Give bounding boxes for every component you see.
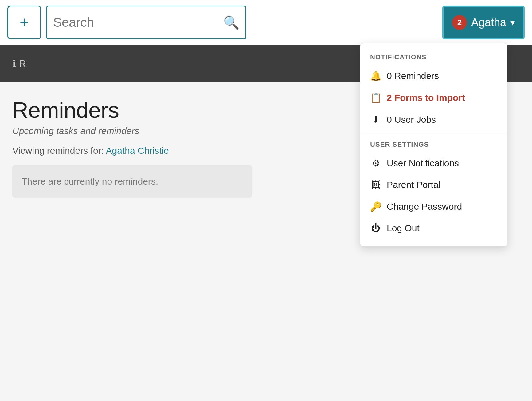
- chevron-down-icon: ▾: [510, 18, 515, 28]
- add-button[interactable]: +: [7, 6, 41, 39]
- logout-label: Log Out: [387, 223, 420, 233]
- toolbar-info: ℹ R: [12, 58, 26, 69]
- notifications-section-label: NOTIFICATIONS: [360, 51, 507, 65]
- bell-icon: 🔔: [370, 70, 381, 81]
- logout-item[interactable]: ⏻ Log Out: [360, 217, 507, 239]
- download-icon: ⬇: [370, 114, 381, 125]
- image-icon: 🖼: [370, 180, 381, 190]
- user-dropdown-menu: NOTIFICATIONS 🔔 0 Reminders 📋 2 Forms to…: [360, 43, 507, 247]
- change-password-item[interactable]: 🔑 Change Password: [360, 196, 507, 217]
- search-icon: 🔍: [223, 15, 239, 30]
- user-notifications-label: User Notifications: [387, 158, 459, 169]
- viewing-for-name-link[interactable]: Agatha Christie: [106, 145, 169, 156]
- search-container: 🔍: [46, 6, 246, 39]
- user-settings-section-label: USER SETTINGS: [360, 138, 507, 152]
- key-icon: 🔑: [370, 201, 381, 212]
- forms-label: 2 Forms to Import: [387, 93, 465, 103]
- user-name-label: Agatha: [471, 16, 506, 29]
- search-icon-button[interactable]: 🔍: [223, 15, 239, 30]
- reminders-item[interactable]: 🔔 0 Reminders: [360, 65, 507, 87]
- power-icon: ⏻: [370, 223, 381, 233]
- reminders-label: 0 Reminders: [387, 71, 439, 81]
- change-password-label: Change Password: [387, 201, 462, 212]
- parent-portal-label: Parent Portal: [387, 180, 440, 190]
- user-notifications-item[interactable]: ⚙ User Notifications: [360, 152, 507, 174]
- empty-state-box: There are currently no reminders.: [12, 165, 252, 198]
- empty-state-text: There are currently no reminders.: [22, 176, 158, 186]
- user-menu-button[interactable]: 2 Agatha ▾: [442, 6, 525, 39]
- viewing-for-label: Viewing reminders for:: [12, 145, 104, 156]
- info-icon: ℹ: [12, 58, 16, 69]
- plus-icon: +: [20, 14, 29, 30]
- forms-icon: 📋: [370, 92, 381, 103]
- gear-icon: ⚙: [370, 158, 381, 169]
- notification-badge: 2: [452, 15, 467, 30]
- parent-portal-item[interactable]: 🖼 Parent Portal: [360, 174, 507, 196]
- search-input[interactable]: [53, 15, 223, 30]
- user-jobs-label: 0 User Jobs: [387, 114, 436, 125]
- toolbar-text: R: [19, 58, 26, 69]
- header: + 🔍 2 Agatha ▾: [0, 0, 532, 45]
- user-jobs-item[interactable]: ⬇ 0 User Jobs: [360, 109, 507, 130]
- divider-1: [360, 134, 507, 134]
- forms-import-item[interactable]: 📋 2 Forms to Import: [360, 87, 507, 109]
